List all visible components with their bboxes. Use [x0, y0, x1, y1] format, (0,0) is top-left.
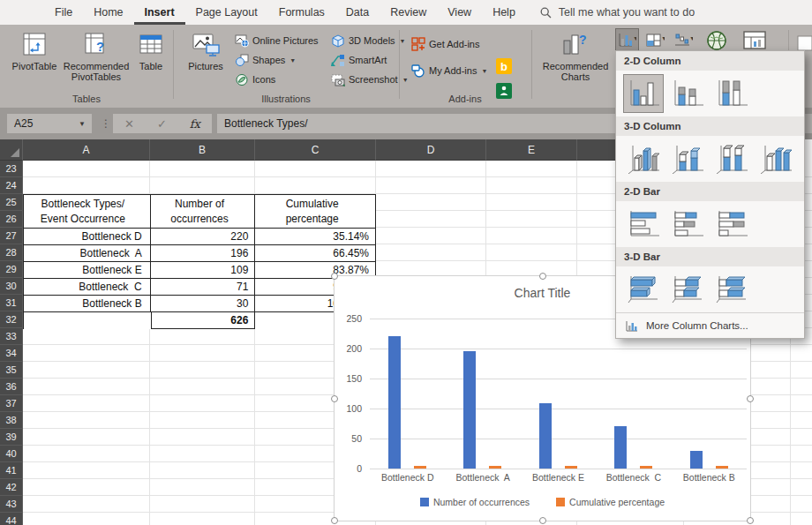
chart-resize-handle[interactable]	[331, 395, 338, 402]
column-header-D[interactable]: D	[376, 139, 486, 161]
header-cell[interactable]: Number of occurrences	[151, 195, 256, 229]
row-header-26[interactable]: 26	[0, 211, 23, 228]
bar-occurrences[interactable]	[463, 351, 476, 469]
tab-review[interactable]: Review	[380, 0, 437, 25]
bar-occurrences[interactable]	[690, 451, 703, 469]
row-header-25[interactable]: 25	[0, 194, 23, 211]
table-cell[interactable]	[24, 312, 151, 329]
enter-button[interactable]: ✓	[157, 117, 167, 131]
chart-type-100-stacked-column[interactable]	[711, 74, 752, 113]
row-header-34[interactable]: 34	[0, 345, 23, 362]
column-header-B[interactable]: B	[150, 139, 255, 161]
online-pictures-button[interactable]: Online Pictures	[235, 32, 319, 49]
table-cell[interactable]: 196	[151, 245, 256, 262]
table-cell[interactable]: Bottleneck D	[24, 229, 151, 245]
chart-resize-handle[interactable]	[747, 517, 754, 524]
tab-help[interactable]: Help	[482, 0, 526, 25]
pivotchart-button[interactable]	[740, 28, 770, 52]
legend-entry[interactable]: Cumulative percentage	[556, 497, 665, 507]
table-button[interactable]: Table	[131, 30, 171, 71]
tab-formulas[interactable]: Formulas	[268, 0, 335, 25]
row-header-39[interactable]: 39	[0, 429, 23, 446]
chart-type-3d-100-stacked-bar[interactable]	[711, 270, 752, 309]
chart-resize-handle[interactable]	[539, 517, 546, 524]
bing-maps-addin-icon[interactable]: b	[496, 58, 512, 78]
chart-type-clustered-bar[interactable]	[623, 205, 664, 244]
bar-cumulative[interactable]	[640, 466, 652, 469]
tab-file[interactable]: File	[44, 0, 83, 25]
row-header-31[interactable]: 31	[0, 295, 23, 311]
row-header-35[interactable]: 35	[0, 362, 23, 379]
tab-page-layout[interactable]: Page Layout	[185, 0, 268, 25]
maps-button[interactable]	[704, 28, 728, 52]
recommended-charts-button[interactable]: ? Recommended Charts	[538, 30, 613, 82]
row-header-24[interactable]: 24	[0, 177, 23, 194]
table-cell[interactable]: 71	[151, 279, 256, 296]
table-cell[interactable]: Bottleneck C	[24, 279, 151, 296]
bar-occurrences[interactable]	[614, 426, 627, 469]
recommended-pivottables-button[interactable]: ? Recommended PivotTables	[64, 30, 129, 82]
row-header-30[interactable]: 30	[0, 278, 23, 295]
chart-type-3d-stacked-column[interactable]	[667, 139, 708, 178]
row-header-38[interactable]: 38	[0, 412, 23, 429]
row-header-29[interactable]: 29	[0, 261, 23, 278]
icons-button[interactable]: Icons	[235, 71, 275, 88]
shapes-button[interactable]: Shapes▼	[235, 51, 296, 69]
tab-data[interactable]: Data	[335, 0, 380, 25]
header-cell[interactable]: Bottleneck Types/ Event Occurrence	[24, 195, 151, 229]
bar-cumulative[interactable]	[414, 466, 426, 469]
row-header-28[interactable]: 28	[0, 244, 23, 261]
more-column-charts-item[interactable]: More Column Charts...	[616, 312, 804, 338]
chart-type-3d-clustered-bar[interactable]	[623, 270, 664, 309]
row-header-44[interactable]: 44	[0, 513, 23, 525]
row-header-42[interactable]: 42	[0, 479, 23, 496]
row-header-33[interactable]: 33	[0, 328, 23, 345]
table-cell[interactable]: Bottleneck B	[24, 296, 151, 312]
chart-type-100-stacked-bar[interactable]	[711, 205, 752, 244]
smartart-button[interactable]: SmartArt	[331, 51, 387, 69]
bar-occurrences[interactable]	[388, 336, 401, 469]
chart-type-stacked-bar[interactable]	[667, 205, 708, 244]
name-box[interactable]: A25 ▼	[7, 114, 92, 133]
table-cell[interactable]: 626	[151, 311, 256, 329]
chart-resize-handle[interactable]	[331, 517, 338, 524]
row-header-32[interactable]: 32	[0, 311, 23, 328]
row-header-37[interactable]: 37	[0, 395, 23, 412]
row-header-40[interactable]: 40	[0, 446, 23, 462]
header-cell[interactable]: Cumulative percentage	[255, 195, 376, 229]
3d-models-button[interactable]: 3D Models▼	[331, 32, 406, 49]
chart-resize-handle[interactable]	[747, 395, 754, 402]
cancel-button[interactable]: ✕	[124, 117, 134, 131]
column-header-A[interactable]: A	[23, 139, 150, 161]
chart-resize-handle[interactable]	[331, 273, 338, 280]
row-header-23[interactable]: 23	[0, 161, 23, 177]
row-header-27[interactable]: 27	[0, 228, 23, 244]
get-add-ins-button[interactable]: Get Add-ins	[411, 35, 479, 53]
my-add-ins-button[interactable]: My Add-ins▼	[411, 62, 487, 79]
insert-function-button[interactable]: fx	[190, 117, 200, 131]
column-header-E[interactable]: E	[486, 139, 577, 161]
insert-column-bar-chart-button[interactable]: ▼	[615, 28, 639, 52]
chart-type-3d-stacked-bar[interactable]	[667, 270, 708, 309]
bar-cumulative[interactable]	[489, 466, 501, 469]
screenshot-button[interactable]: Screenshot▼	[331, 71, 409, 88]
tab-insert[interactable]: Insert	[134, 0, 185, 25]
chart-resize-handle[interactable]	[539, 273, 546, 280]
bar-cumulative[interactable]	[565, 466, 577, 469]
insert-hierarchy-chart-button[interactable]: ▼	[643, 28, 667, 52]
formula-bar-divider-dots[interactable]: ⋮	[101, 117, 111, 130]
chart-type-stacked-column[interactable]	[667, 74, 708, 113]
table-cell[interactable]: 66.45%	[255, 245, 376, 262]
chart-type-3d-column[interactable]	[756, 139, 796, 178]
column-header-C[interactable]: C	[255, 139, 376, 161]
table-cell[interactable]: 35.14%	[255, 229, 376, 245]
chart-type-3d-clustered-column[interactable]	[623, 139, 664, 178]
pictures-button[interactable]: Pictures	[182, 30, 229, 71]
row-header-41[interactable]: 41	[0, 462, 23, 479]
tab-home[interactable]: Home	[83, 0, 133, 25]
tell-me-search[interactable]: Tell me what you want to do	[540, 0, 695, 25]
insert-waterfall-chart-button[interactable]: ▼	[672, 28, 695, 52]
row-header-43[interactable]: 43	[0, 496, 23, 513]
table-cell[interactable]: 30	[151, 296, 256, 312]
table-cell[interactable]: Bottleneck A	[24, 245, 151, 262]
